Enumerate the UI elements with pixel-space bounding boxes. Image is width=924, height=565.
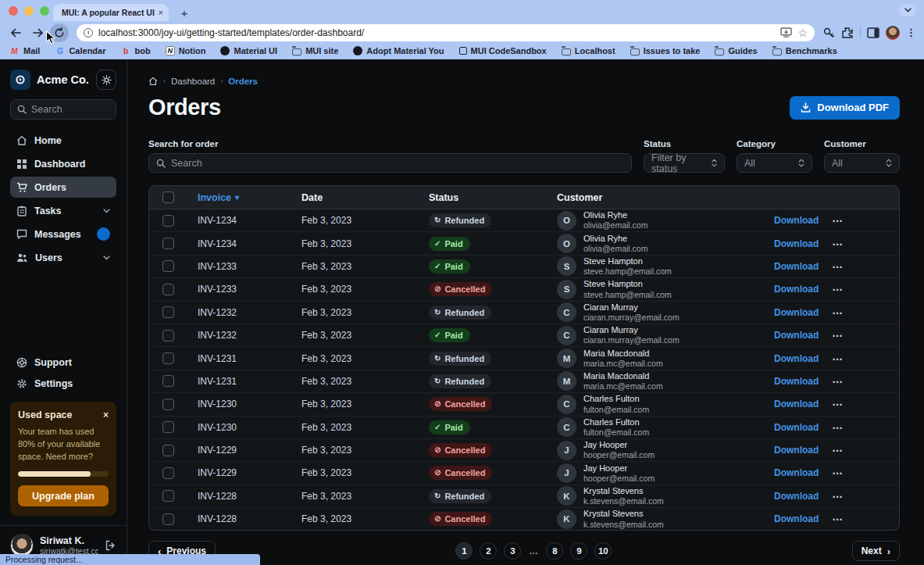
forward-icon[interactable] — [28, 23, 47, 42]
window-minimize-button[interactable] — [24, 6, 34, 16]
logout-icon[interactable] — [105, 540, 116, 551]
bookmark-item[interactable]: Benchmarks — [772, 46, 837, 55]
back-icon[interactable] — [6, 23, 25, 42]
browser-tab[interactable]: MUI: A popular React UI fram × — [53, 4, 169, 21]
bookmark-item[interactable]: MUI CodeSandbox — [459, 46, 547, 55]
sidebar-item-orders[interactable]: Orders — [10, 177, 116, 198]
download-link[interactable]: Download — [774, 330, 819, 341]
color-scheme-toggle-button[interactable] — [96, 70, 116, 90]
password-key-icon[interactable] — [822, 27, 835, 39]
close-icon[interactable]: × — [103, 409, 109, 420]
upgrade-plan-button[interactable]: Upgrade plan — [18, 485, 109, 506]
more-horizontal-icon[interactable]: ⋯ — [832, 444, 843, 456]
download-link[interactable]: Download — [774, 399, 819, 409]
more-horizontal-icon[interactable]: ⋯ — [832, 375, 843, 388]
download-link[interactable]: Download — [774, 467, 819, 478]
row-checkbox[interactable] — [162, 215, 174, 227]
url-text[interactable]: localhost:3000/joy-ui/getting-started/te… — [98, 27, 775, 38]
sidebar-item-settings[interactable]: Settings — [10, 373, 116, 394]
download-pdf-button[interactable]: Download PDF — [790, 96, 900, 120]
page-number-button[interactable]: 8 — [546, 542, 563, 560]
more-horizontal-icon[interactable]: ⋯ — [832, 306, 843, 319]
more-horizontal-icon[interactable]: ⋯ — [832, 283, 843, 295]
download-link[interactable]: Download — [774, 238, 819, 249]
download-link[interactable]: Download — [774, 513, 819, 524]
bookmark-item[interactable]: N Notion — [166, 46, 206, 55]
download-link[interactable]: Download — [774, 307, 819, 318]
sidebar-item-dashboard[interactable]: Dashboard — [10, 153, 116, 174]
more-horizontal-icon[interactable]: ⋯ — [832, 329, 843, 342]
more-horizontal-icon[interactable]: ⋯ — [832, 352, 843, 365]
url-bar[interactable]: i localhost:3000/joy-ui/getting-started/… — [77, 24, 815, 41]
next-page-button[interactable]: Next › — [852, 541, 900, 561]
row-checkbox[interactable] — [162, 467, 174, 479]
bookmark-item[interactable]: Guides — [715, 46, 757, 55]
bookmark-item[interactable]: Material UI — [220, 46, 277, 55]
order-search-input[interactable]: Search — [148, 153, 632, 173]
sidebar-item-home[interactable]: Home — [10, 130, 116, 151]
site-info-icon[interactable]: i — [84, 28, 93, 38]
download-link[interactable]: Download — [774, 445, 819, 456]
download-link[interactable]: Download — [774, 284, 819, 295]
bookmark-item[interactable]: MUI site — [292, 46, 338, 55]
row-checkbox[interactable] — [162, 330, 174, 342]
bookmark-star-icon[interactable]: ☆ — [797, 27, 808, 38]
bookmark-item[interactable]: Localhost — [562, 46, 615, 55]
page-number-button[interactable]: 9 — [570, 542, 587, 560]
sidebar-search-input[interactable]: Search — [10, 99, 116, 120]
sidebar-item-support[interactable]: Support — [10, 352, 116, 373]
download-link[interactable]: Download — [774, 491, 819, 502]
browser-menu-icon[interactable]: ⋮ — [906, 27, 916, 38]
page-number-button[interactable]: … — [528, 542, 539, 560]
sidebar-item-users[interactable]: Users — [10, 247, 116, 268]
bookmark-item[interactable]: Issues to take — [630, 46, 701, 55]
window-close-button[interactable] — [9, 6, 18, 16]
row-checkbox[interactable] — [162, 260, 174, 272]
more-horizontal-icon[interactable]: ⋯ — [832, 238, 843, 250]
row-checkbox[interactable] — [162, 306, 174, 318]
bookmark-item[interactable]: Adopt Material You — [353, 46, 444, 55]
browser-profile-avatar[interactable] — [886, 26, 900, 40]
row-checkbox[interactable] — [162, 284, 174, 295]
bookmark-item[interactable]: M Mail — [9, 46, 40, 56]
sidebar-item-tasks[interactable]: Tasks — [10, 200, 116, 221]
more-horizontal-icon[interactable]: ⋯ — [832, 260, 843, 273]
window-zoom-button[interactable] — [40, 6, 49, 16]
row-checkbox[interactable] — [162, 513, 174, 525]
download-link[interactable]: Download — [774, 422, 819, 433]
more-horizontal-icon[interactable]: ⋯ — [832, 490, 843, 502]
row-checkbox[interactable] — [162, 238, 174, 249]
tab-search-chevron-icon[interactable] — [899, 4, 916, 16]
page-number-button[interactable]: 3 — [504, 542, 521, 560]
side-panel-icon[interactable] — [867, 27, 879, 38]
more-horizontal-icon[interactable]: ⋯ — [832, 398, 843, 410]
row-checkbox[interactable] — [162, 352, 174, 364]
more-horizontal-icon[interactable]: ⋯ — [832, 421, 843, 434]
extensions-puzzle-icon[interactable] — [841, 27, 854, 39]
install-app-icon[interactable] — [780, 27, 792, 38]
page-number-button[interactable]: 1 — [455, 542, 473, 560]
bookmark-item[interactable]: b bob — [120, 46, 150, 56]
page-number-button[interactable]: 2 — [480, 542, 497, 560]
download-link[interactable]: Download — [774, 215, 819, 226]
breadcrumb-dashboard[interactable]: Dashboard — [171, 77, 215, 86]
customer-filter-select[interactable]: All — [824, 153, 900, 173]
row-checkbox[interactable] — [162, 445, 174, 456]
download-link[interactable]: Download — [774, 261, 819, 272]
download-link[interactable]: Download — [774, 353, 819, 364]
row-checkbox[interactable] — [162, 421, 174, 433]
row-checkbox[interactable] — [162, 375, 174, 387]
sidebar-item-messages[interactable]: Messages — [10, 223, 116, 245]
column-header-invoice[interactable]: Invoice ▾ — [187, 192, 291, 203]
page-number-button[interactable]: 10 — [594, 542, 612, 560]
select-all-checkbox[interactable] — [162, 191, 174, 203]
bookmark-item[interactable]: G Calendar — [55, 46, 105, 56]
more-horizontal-icon[interactable]: ⋯ — [832, 214, 843, 227]
row-checkbox[interactable] — [162, 399, 174, 410]
status-filter-select[interactable]: Filter by status — [644, 153, 725, 173]
tab-close-icon[interactable]: × — [159, 8, 163, 17]
home-icon[interactable] — [148, 77, 158, 86]
row-checkbox[interactable] — [162, 490, 174, 502]
category-filter-select[interactable]: All — [737, 153, 812, 173]
more-horizontal-icon[interactable]: ⋯ — [832, 467, 843, 479]
